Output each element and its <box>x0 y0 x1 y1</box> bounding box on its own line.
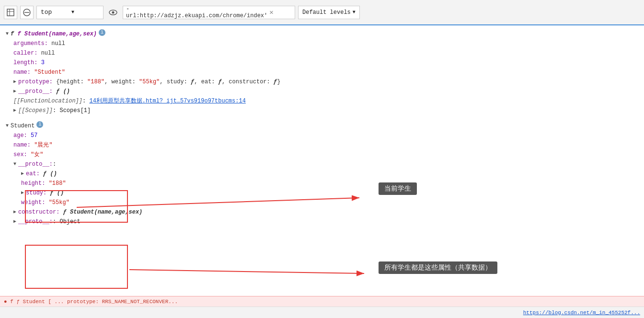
weight-val: "55kg" <box>49 198 69 207</box>
sex-val: "女" <box>31 150 43 159</box>
sex-line: sex: "女" <box>6 150 638 159</box>
proto1-key: __proto__: <box>18 87 53 96</box>
height-line: height: "188" <box>6 179 638 188</box>
main-content: f f Student(name,age,sex) i arguments: n… <box>0 25 644 307</box>
annotation-group-2: 2 当前学生 <box>379 183 392 194</box>
age-line: age: 57 <box>6 131 638 140</box>
filter-value: -url:http://adzjz.ekuapi.com/chrome/inde… <box>126 6 267 19</box>
filter-input-container[interactable]: -url:http://adzjz.ekuapi.com/chrome/inde… <box>123 6 295 19</box>
funcloc-line: [[FunctionLocation]] : 14利用原型共享数据.html? … <box>6 96 638 106</box>
proto2-key: __proto__: <box>18 159 53 169</box>
length-key: length: <box>13 58 37 68</box>
length-val: 3 <box>41 58 45 68</box>
height-val: "188" <box>49 179 66 188</box>
student-obj-line: Student i <box>6 121 638 131</box>
student-obj-label: Student <box>11 121 34 131</box>
scopes-line: [[Scopes]] : Scopes[1] <box>6 106 638 115</box>
study-key: study: <box>26 188 46 198</box>
prototype-key: prototype: <box>18 77 53 87</box>
constructor-line: constructor: ƒ Student(name,age,sex) <box>6 207 638 217</box>
proto1-val: ƒ () <box>56 87 70 96</box>
expand-eat[interactable] <box>21 169 24 179</box>
length-line: length: 3 <box>6 58 638 68</box>
caller-val: null <box>41 48 55 58</box>
constructor-val: ƒ Student(name,age,sex) <box>63 207 143 217</box>
arguments-key: arguments: <box>13 39 48 48</box>
eat-key: eat: <box>26 169 40 179</box>
expand-proto2[interactable] <box>13 159 16 169</box>
student-name-val: "晨光" <box>34 140 52 150</box>
toolbar: top ▼ -url:http://adzjz.ekuapi.com/chrom… <box>0 0 644 25</box>
height-key: height: <box>21 179 45 188</box>
func-keyword: f <box>11 29 17 39</box>
clear-filter-btn[interactable]: ✕ <box>269 8 292 16</box>
study-val: ƒ () <box>50 188 64 198</box>
info-icon-2[interactable]: i <box>36 121 43 128</box>
expand-proto1[interactable] <box>13 87 16 96</box>
no-entry-icon-btn[interactable] <box>20 6 34 19</box>
frame-icon-btn[interactable] <box>4 6 17 19</box>
sex-key: sex: <box>13 150 27 159</box>
weight-key: weight: <box>21 198 45 207</box>
name-key: name: <box>13 68 31 77</box>
expand-student-obj[interactable] <box>6 121 9 131</box>
constructor-key: constructor: <box>18 207 59 217</box>
weight-line: weight: "55kg" <box>6 198 638 207</box>
eat-val: ƒ () <box>43 169 57 179</box>
proto3-key: __proto__: <box>18 217 53 227</box>
proto3-val: Object <box>59 217 80 227</box>
statusbar-link[interactable]: https://blog.csdn.net/m_in_455252f... <box>523 310 640 316</box>
svg-line-10 <box>129 270 364 273</box>
caller-line: caller: null <box>6 48 638 58</box>
arguments-val: null <box>51 39 65 48</box>
error-bar: ● f ƒ Student [ ... prototype: RRS_NAME_… <box>0 296 644 307</box>
proto2-header-line: __proto__: : <box>6 159 638 169</box>
levels-select[interactable]: Default levels ▼ <box>298 6 360 19</box>
student-func-label: f Student(name,age,sex) <box>17 29 97 39</box>
annotation-group-1: 1 所有学生都是这些属性（共享数据） <box>379 262 392 273</box>
svg-rect-0 <box>7 9 14 16</box>
funcloc-key: [[FunctionLocation]] <box>13 96 82 106</box>
context-label: top <box>41 9 69 16</box>
eye-icon-btn[interactable] <box>106 6 120 19</box>
context-select[interactable]: top ▼ <box>36 6 104 19</box>
expand-student-func[interactable] <box>6 29 9 39</box>
prototype-line: prototype: {height: "188", weight: "55kg… <box>6 77 638 87</box>
levels-chevron-icon: ▼ <box>353 10 356 15</box>
name-line: name: "Student" <box>6 68 638 77</box>
expand-scopes[interactable] <box>13 106 16 115</box>
expand-prototype[interactable] <box>13 77 16 87</box>
proto1-line: __proto__: ƒ () <box>6 87 638 96</box>
expand-study[interactable] <box>21 188 24 198</box>
scopes-key: [[Scopes]] <box>18 106 53 115</box>
statusbar: https://blog.csdn.net/m_in_455252f... <box>0 307 644 318</box>
annotation-label-1: 所有学生都是这些属性（共享数据） <box>379 261 497 274</box>
expand-proto3[interactable] <box>13 217 16 227</box>
error-text: ● f ƒ Student [ ... prototype: RRS_NAME_… <box>4 299 178 305</box>
student-name-key: name: <box>13 140 31 150</box>
student-func-line: f f Student(name,age,sex) i <box>6 29 638 39</box>
funcloc-link[interactable]: 14利用原型共享数据.html? ijt…57vs919o97tbucms:14 <box>89 96 245 106</box>
expand-constructor[interactable] <box>13 207 16 217</box>
info-icon-1[interactable]: i <box>99 29 105 36</box>
annotation-box-1 <box>25 245 128 289</box>
eat-line: eat: ƒ () <box>6 169 638 179</box>
proto3-line: __proto__: : Object <box>6 217 638 227</box>
chevron-down-icon: ▼ <box>71 10 99 15</box>
scopes-val: Scopes[1] <box>59 106 91 115</box>
age-key: age: <box>13 131 27 140</box>
levels-label: Default levels <box>302 9 351 16</box>
age-val: 57 <box>31 131 37 140</box>
study-line: study: ƒ () <box>6 188 638 198</box>
arguments-line: arguments: null <box>6 39 638 48</box>
svg-point-6 <box>112 11 115 13</box>
arrow-1 <box>129 260 388 284</box>
annotation-label-2: 当前学生 <box>379 182 417 195</box>
prototype-val: {height: "188", weight: "55kg", study: ƒ… <box>56 77 280 87</box>
name-val: "Student" <box>34 68 65 77</box>
student-name-line: name: "晨光" <box>6 140 638 150</box>
caller-key: caller: <box>13 48 37 58</box>
